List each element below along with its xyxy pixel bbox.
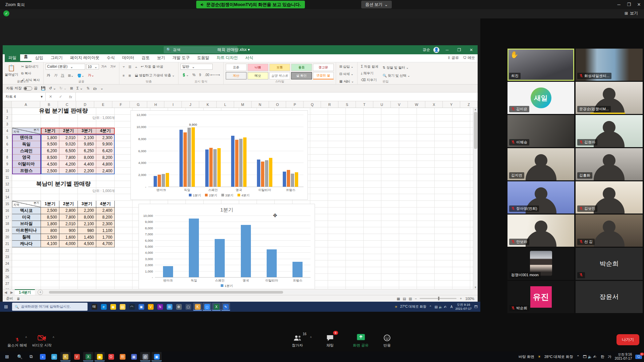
row-header-5[interactable]: 5	[3, 134, 12, 141]
bold-button[interactable]: 가	[46, 72, 52, 78]
cell-style-경고문[interactable]: 경고문	[313, 64, 334, 71]
grow-font-button[interactable]: 가˄	[100, 64, 108, 70]
participant-tile-10[interactable]: 김보민	[576, 181, 643, 214]
presenter-start-button[interactable]: ⊞	[0, 304, 12, 309]
row-header-25[interactable]: 25	[3, 267, 12, 274]
participant-tile-15[interactable]: 유진박순희	[507, 281, 574, 313]
open-button[interactable]: 🗁	[93, 86, 97, 90]
align-center-button[interactable]: ≣	[127, 73, 132, 78]
tray-expand-icon[interactable]: ⌃	[577, 355, 580, 359]
row-header-21[interactable]: 21	[3, 241, 12, 247]
autosum-button[interactable]: Σ ⌄	[76, 86, 83, 90]
minimize-button[interactable]: ─	[614, 0, 624, 9]
notification-center-icon[interactable]: 🗨8	[635, 355, 642, 359]
photos-icon[interactable]: ▣	[137, 303, 146, 311]
cancel-entry-icon[interactable]: ✕	[49, 95, 52, 99]
page-break-icon[interactable]: ▥	[409, 297, 412, 301]
participant-tile-14[interactable]: 박순희	[576, 248, 643, 280]
row-header-16[interactable]: 16	[3, 207, 12, 214]
v3-icon[interactable]: V	[146, 303, 155, 311]
taskbar-clock[interactable]: 오전 9:16 2021-07-17	[615, 353, 632, 361]
row-header-28[interactable]: 28	[3, 287, 12, 289]
row-header-7[interactable]: 7	[3, 148, 12, 155]
participant-tile-2[interactable]: 화성새일센터...	[576, 49, 643, 81]
row-header-23[interactable]: 23	[3, 254, 12, 261]
ribbon-tab-3[interactable]: 삽입	[32, 54, 47, 62]
undo-button[interactable]: ↺ ⌄	[49, 86, 56, 90]
column-header-C[interactable]: C	[58, 101, 76, 108]
presenter-search-box[interactable]: 🔍 검색하려면 여기에 입력하십시오.	[12, 303, 88, 311]
column-header-W[interactable]: W	[408, 101, 425, 108]
reactions-button[interactable]: 반응	[383, 333, 391, 348]
participant-tile-1[interactable]: ✋최진	[507, 49, 574, 81]
row-header-14[interactable]: 14	[3, 194, 12, 201]
cell-style-표준[interactable]: 표준	[226, 64, 247, 71]
customize-qat-button[interactable]: ⌄	[100, 86, 103, 90]
column-header-Z[interactable]: Z	[460, 101, 478, 108]
cell-style-셀 확인[interactable]: 셀 확인	[291, 72, 312, 79]
column-header-S[interactable]: S	[338, 101, 356, 108]
row-header-1[interactable]: 1	[3, 108, 12, 115]
zoom-level[interactable]: 100%	[465, 297, 474, 301]
editing-정렬 및 필터-button[interactable]: ⇅ 정렬 및 필터 ⌄	[381, 65, 412, 71]
column-header-Q[interactable]: Q	[304, 101, 321, 108]
zoom-in-icon[interactable]: ＋	[459, 296, 463, 301]
app-dark-icon[interactable]: 태	[90, 303, 99, 311]
row-header-20[interactable]: 20	[3, 234, 12, 241]
excel-icon[interactable]: X	[83, 352, 93, 361]
zoom-out-icon[interactable]: −	[415, 297, 417, 301]
presenter-clock[interactable]: 오전 9:16 2021-07-17	[455, 303, 472, 311]
paste-button[interactable]: 📋붙여넣기	[5, 64, 18, 77]
column-header-K[interactable]: K	[199, 101, 217, 108]
internet-icon[interactable]: ◎	[49, 352, 59, 361]
cut-button[interactable]: ✂ 잘라내기	[20, 64, 41, 70]
editing-자동 합계-button[interactable]: Σ 자동 합계	[360, 64, 380, 70]
tray-expand-icon[interactable]: ⌃	[429, 305, 432, 309]
column-header-H[interactable]: H	[147, 101, 165, 108]
sheet-next-icon[interactable]: ▶	[9, 290, 15, 294]
participant-tile-4[interactable]: 문경순(컴쟁이M...	[576, 82, 643, 114]
whale-browser-icon[interactable]: ◖	[38, 352, 48, 361]
row-header-10[interactable]: 10	[3, 168, 12, 174]
onenote-icon[interactable]: N	[156, 303, 164, 311]
ribbon-tab-8[interactable]: 검토	[138, 54, 153, 62]
column-header-P[interactable]: P	[286, 101, 304, 108]
normal-view-icon[interactable]: ▦	[397, 297, 400, 301]
desktop-label[interactable]: 바탕 화면	[519, 354, 534, 359]
mail-icon[interactable]: @	[140, 352, 150, 361]
fill-color-button[interactable]: 🪣⌄	[76, 73, 86, 78]
column-header-T[interactable]: T	[356, 101, 373, 108]
page-layout-icon[interactable]: ▤	[403, 297, 406, 301]
chart-1[interactable]: 12,00010,0008,0006,0004,0002,000-덴마크독일스페…	[130, 110, 308, 200]
merge-center-button[interactable]: ⬓ 병합하고 가운데 맞춤 ⌄	[133, 72, 176, 78]
add-sheet-button[interactable]: ＋	[38, 290, 43, 295]
horizontal-scrollbar[interactable]	[48, 291, 473, 294]
gallery-view-button[interactable]: ⊞ 보기	[625, 10, 638, 16]
italic-button[interactable]: 가	[53, 72, 59, 78]
memo-button[interactable]: 🗨 메모	[463, 55, 475, 60]
ribbon-tab-1[interactable]: 파일	[5, 54, 20, 62]
paint-icon[interactable]: ✎	[221, 303, 230, 311]
ribbon-tab-4[interactable]: 그리기	[47, 54, 66, 62]
chrome-icon[interactable]: ◉	[95, 352, 105, 361]
align-middle-button[interactable]: ☰	[127, 64, 133, 69]
column-header-Y[interactable]: Y	[443, 101, 460, 108]
ribbon-tab-7[interactable]: 데이터	[118, 54, 138, 62]
row-header-11[interactable]: 11	[3, 174, 12, 181]
name-box[interactable]: 차트 4▾	[3, 93, 46, 101]
vscroll-thumb[interactable]	[474, 112, 477, 149]
wrap-text-button[interactable]: ↩ 자동 줄 바꿈	[140, 64, 165, 70]
borders-button[interactable]: ⊞⌄	[67, 73, 75, 78]
ribbon-tab-6[interactable]: 수식	[103, 54, 118, 62]
ribbon-tab-2[interactable]: 홈	[20, 53, 32, 62]
font-color-button[interactable]: 가⌄	[87, 72, 95, 78]
participant-tile-13[interactable]: 컴쟁이001 moon	[507, 248, 574, 280]
windows-store-icon[interactable]: ⊞	[165, 303, 174, 311]
column-header-I[interactable]: I	[164, 101, 182, 108]
row-header-17[interactable]: 17	[3, 214, 12, 221]
column-header-M[interactable]: M	[234, 101, 252, 108]
sheet-prev-icon[interactable]: ◀	[3, 290, 9, 294]
row-header-9[interactable]: 9	[3, 161, 12, 168]
cell-style-연결된 셀[interactable]: 연결된 셀	[313, 72, 334, 79]
worksheet-grid[interactable]: 유럽 분기별 판매량단위 : 1,000개분기지역1분기2분기3분기4분기덴마크…	[12, 108, 473, 289]
